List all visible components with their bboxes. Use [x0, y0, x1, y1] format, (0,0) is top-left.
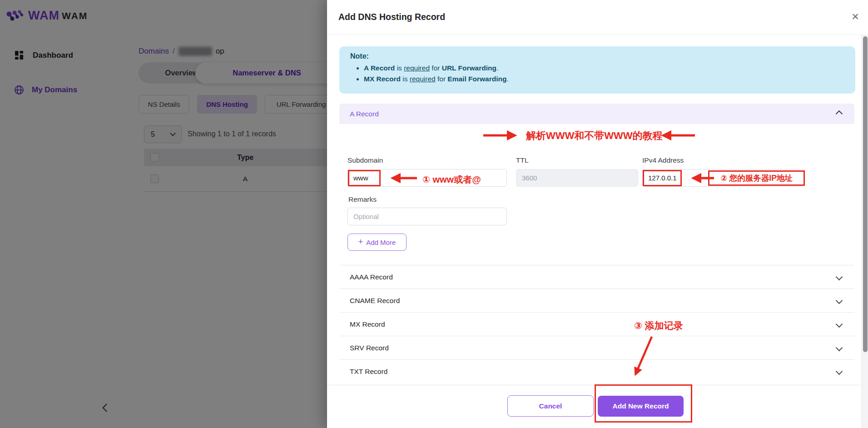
annotation-box-submit	[595, 384, 692, 423]
ipv4-label: IPv4 Address	[642, 156, 684, 164]
accordion-label: AAAA Record	[350, 273, 393, 281]
ipv4-input[interactable]	[642, 169, 805, 187]
chevron-up-icon	[836, 110, 843, 118]
accordion-label: TXT Record	[350, 368, 387, 376]
drawer-header: Add DNS Hosting Record ✕	[327, 0, 868, 35]
arrow-left-icon	[651, 130, 697, 140]
drawer-footer: Cancel Add New Record	[327, 385, 868, 428]
accordion-label: A Record	[350, 110, 379, 118]
screen: WAM WAM Dashboard My	[0, 0, 868, 428]
note-heading: Note:	[350, 52, 844, 60]
chevron-down-icon	[836, 321, 843, 328]
arrow-right-icon	[481, 130, 527, 140]
subdomain-label: Subdomain	[347, 156, 383, 164]
chevron-down-icon	[836, 368, 843, 375]
accordion-label: MX Record	[350, 320, 385, 328]
cancel-button[interactable]: Cancel	[507, 395, 594, 417]
scrollbar-thumb[interactable]	[863, 36, 868, 352]
note-line: A Record is required for URL Forwarding.	[364, 63, 844, 74]
ttl-input[interactable]	[516, 169, 638, 187]
chevron-down-icon	[836, 274, 843, 281]
accordion-label: CNAME Record	[350, 297, 400, 305]
drawer-title: Add DNS Hosting Record	[338, 12, 445, 22]
accordion-srv-record[interactable]: SRV Record	[339, 336, 854, 359]
note-list: A Record is required for URL Forwarding.…	[350, 63, 844, 85]
add-more-label: Add More	[366, 239, 396, 246]
ttl-label: TTL	[516, 156, 529, 164]
remarks-label: Remarks	[348, 195, 377, 204]
remarks-input[interactable]	[347, 208, 507, 225]
note-line: MX Record is required for Email Forwardi…	[364, 74, 844, 85]
accordion-txt-record[interactable]: TXT Record	[339, 359, 854, 383]
plus-icon: +	[358, 237, 363, 247]
scrollbar-track[interactable]	[862, 35, 868, 428]
add-dns-record-drawer: Add DNS Hosting Record ✕ Note: A Record …	[327, 0, 868, 428]
accordion-aaaa-record[interactable]: AAAA Record	[339, 265, 854, 289]
accordion-label: SRV Record	[350, 344, 389, 352]
chevron-down-icon	[836, 297, 843, 304]
subdomain-input[interactable]	[347, 169, 507, 187]
accordion-a-record[interactable]: A Record	[339, 104, 854, 124]
annotation-tutorial-title: 解析WWW和不带WWW的教程	[526, 129, 663, 143]
accordion-cname-record[interactable]: CNAME Record	[339, 289, 854, 312]
chevron-down-icon	[836, 344, 843, 352]
close-icon[interactable]: ✕	[848, 10, 862, 24]
add-more-button[interactable]: + Add More	[347, 234, 407, 251]
record-sections: AAAA Record CNAME Record MX Record SRV R…	[339, 265, 854, 385]
note-box: Note: A Record is required for URL Forwa…	[339, 46, 855, 94]
accordion-mx-record[interactable]: MX Record	[339, 312, 854, 336]
